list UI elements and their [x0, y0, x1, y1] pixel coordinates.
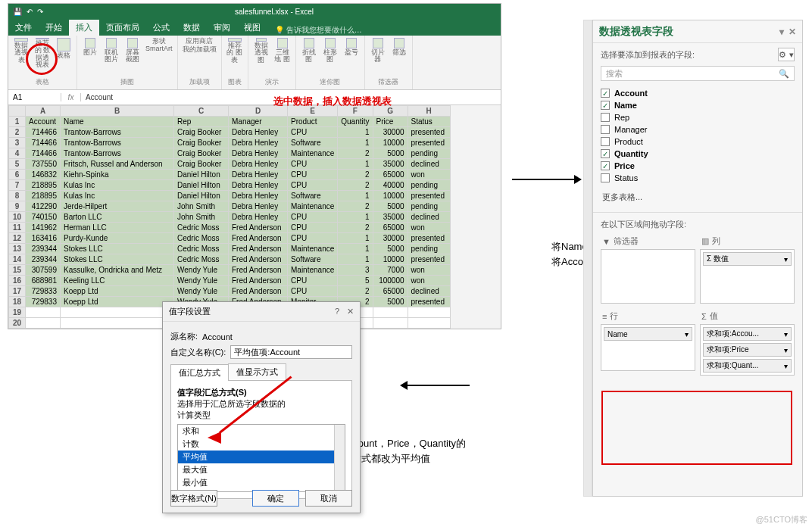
data-cell[interactable]: 35000	[373, 159, 408, 170]
data-cell[interactable]: Software	[288, 191, 338, 201]
data-cell[interactable]: Jerde-Hilpert	[61, 201, 174, 212]
data-cell[interactable]: 5000	[373, 297, 408, 307]
row-header[interactable]: 1	[9, 117, 26, 127]
data-cell[interactable]: Kassulke, Ondricka and Metz	[61, 265, 174, 276]
data-cell[interactable]: Trantow-Barrows	[61, 148, 174, 159]
data-cell[interactable]: 740150	[26, 212, 61, 223]
data-cell[interactable]: Cedric Moss	[174, 254, 229, 265]
data-cell[interactable]: Stokes LLC	[61, 254, 174, 265]
data-cell[interactable]: 412290	[26, 201, 61, 212]
empty-cell[interactable]	[26, 318, 61, 329]
data-cell[interactable]: 10000	[373, 191, 408, 201]
data-cell[interactable]: Cedric Moss	[174, 233, 229, 244]
row-header[interactable]: 13	[9, 244, 26, 254]
data-cell[interactable]: 1	[338, 138, 373, 148]
help-icon[interactable]: ?	[335, 307, 339, 316]
data-cell[interactable]: 218895	[26, 191, 61, 201]
row-header[interactable]: 4	[9, 148, 26, 159]
data-cell[interactable]: CPU	[288, 233, 338, 244]
data-cell[interactable]: 3	[338, 265, 373, 276]
data-cell[interactable]: Debra Henley	[229, 212, 288, 223]
data-cell[interactable]: Cedric Moss	[174, 244, 229, 254]
calc-option[interactable]: 计数	[178, 438, 345, 450]
row-header[interactable]: 15	[9, 265, 26, 276]
checkbox[interactable]: ✓	[601, 101, 610, 110]
row-header[interactable]: 2	[9, 127, 26, 138]
close-icon[interactable]: ✕	[347, 307, 354, 316]
data-cell[interactable]: John Smith	[174, 212, 229, 223]
row-header[interactable]: 17	[9, 286, 26, 297]
values-drop-area[interactable]: 求和项:Accou...▾ 求和项:Price▾ 求和项:Quant...▾	[700, 324, 795, 376]
data-cell[interactable]: pending	[408, 244, 450, 254]
data-cell[interactable]: 5	[338, 276, 373, 286]
empty-cell[interactable]	[373, 307, 408, 318]
data-cell[interactable]: 1	[338, 244, 373, 254]
data-cell[interactable]: 65000	[373, 223, 408, 233]
data-cell[interactable]: 100000	[373, 276, 408, 286]
checkbox[interactable]	[601, 173, 610, 182]
data-cell[interactable]: declined	[408, 159, 450, 170]
data-cell[interactable]: 714466	[26, 127, 61, 138]
data-cell[interactable]: Fred Anderson	[229, 223, 288, 233]
data-cell[interactable]: 141962	[26, 223, 61, 233]
data-cell[interactable]: Debra Henley	[229, 170, 288, 180]
data-cell[interactable]: presented	[408, 254, 450, 265]
data-cell[interactable]: 7000	[373, 265, 408, 276]
row-header[interactable]: 10	[9, 212, 26, 223]
data-cell[interactable]: CPU	[288, 180, 338, 191]
header-cell[interactable]: Quantity	[338, 117, 373, 127]
data-cell[interactable]: 1	[338, 233, 373, 244]
data-cell[interactable]: 1	[338, 254, 373, 265]
pivotchart-button[interactable]: 数据透视图	[253, 38, 270, 64]
data-cell[interactable]: Kiehn-Spinka	[61, 170, 174, 180]
data-cell[interactable]: 5000	[373, 201, 408, 212]
data-cell[interactable]: 10000	[373, 254, 408, 265]
data-cell[interactable]: 2	[338, 180, 373, 191]
empty-cell[interactable]	[408, 307, 450, 318]
pane-close-icon[interactable]: ✕	[789, 26, 796, 37]
data-cell[interactable]: Stokes LLC	[61, 244, 174, 254]
col-header[interactable]: B	[61, 106, 174, 117]
data-cell[interactable]: Maintenance	[288, 148, 338, 159]
pane-dropdown-icon[interactable]: ▾	[779, 26, 784, 37]
data-cell[interactable]: Debra Henley	[229, 180, 288, 191]
empty-cell[interactable]	[26, 307, 61, 318]
data-cell[interactable]: 688981	[26, 276, 61, 286]
data-cell[interactable]: Maintenance	[288, 201, 338, 212]
calc-option[interactable]: 平均值	[178, 450, 345, 463]
empty-cell[interactable]	[61, 318, 174, 329]
data-cell[interactable]: 729833	[26, 286, 61, 297]
data-cell[interactable]: Craig Booker	[174, 127, 229, 138]
data-cell[interactable]: 239344	[26, 244, 61, 254]
row-header[interactable]: 6	[9, 170, 26, 180]
row-header[interactable]: 3	[9, 138, 26, 148]
header-cell[interactable]: Account	[26, 117, 61, 127]
checkbox[interactable]	[601, 137, 610, 146]
tab-review[interactable]: 审阅	[207, 20, 237, 36]
online-pic-button[interactable]: 联机图片	[103, 38, 120, 64]
data-cell[interactable]: Keeling LLC	[61, 276, 174, 286]
data-cell[interactable]: declined	[408, 212, 450, 223]
data-cell[interactable]: pending	[408, 148, 450, 159]
tab-view[interactable]: 视图	[237, 20, 267, 36]
row-header[interactable]: 14	[9, 254, 26, 265]
data-cell[interactable]: CPU	[288, 286, 338, 297]
calc-option[interactable]: 最大值	[178, 463, 345, 476]
data-cell[interactable]: Fred Anderson	[229, 276, 288, 286]
picture-button[interactable]: 图片	[82, 38, 98, 64]
data-cell[interactable]: 307599	[26, 265, 61, 276]
data-cell[interactable]: 1	[338, 212, 373, 223]
data-cell[interactable]: Debra Henley	[229, 138, 288, 148]
col-header[interactable]: C	[174, 106, 229, 117]
smartart-button[interactable]: SmartArt	[145, 45, 173, 52]
chip-name[interactable]: Name▾	[604, 327, 692, 341]
data-cell[interactable]: Daniel Hilton	[174, 191, 229, 201]
empty-cell[interactable]	[61, 307, 174, 318]
table-button[interactable]: 表格	[55, 38, 72, 64]
data-cell[interactable]: Craig Booker	[174, 138, 229, 148]
data-cell[interactable]: John Smith	[174, 201, 229, 212]
row-header[interactable]: 19	[9, 307, 26, 318]
data-cell[interactable]: Maintenance	[288, 265, 338, 276]
chip-account[interactable]: 求和项:Accou...▾	[703, 327, 792, 341]
header-cell[interactable]: Product	[288, 117, 338, 127]
